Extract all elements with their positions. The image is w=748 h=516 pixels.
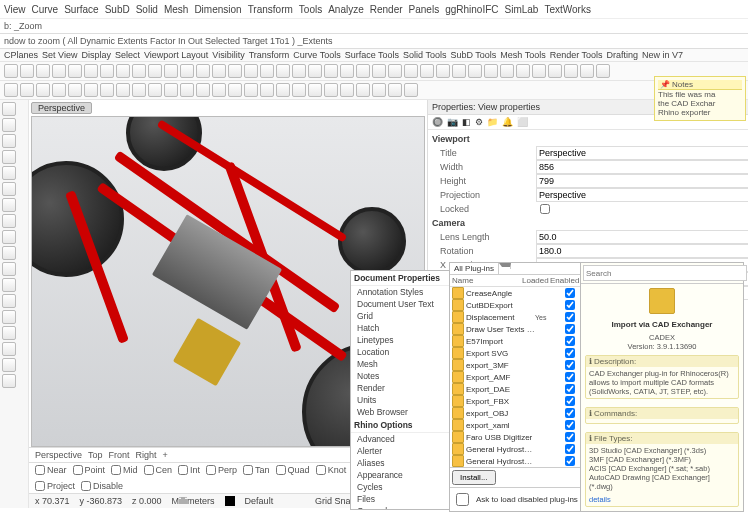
tool-icon[interactable]	[2, 150, 16, 164]
tool-icon[interactable]	[2, 326, 16, 340]
options-tree-item[interactable]: Appearance	[351, 469, 449, 481]
osnap-quad[interactable]	[276, 465, 286, 475]
toolbar-icon[interactable]	[292, 83, 306, 97]
toolbar-icon[interactable]	[244, 83, 258, 97]
tool-icon[interactable]	[2, 102, 16, 116]
plugin-enabled-checkbox[interactable]	[565, 420, 575, 430]
plugin-row[interactable]: export_OBJ	[450, 407, 580, 419]
toolbar-icon[interactable]	[532, 64, 546, 78]
toolbar-icon[interactable]	[4, 83, 18, 97]
toolbar-icon[interactable]	[36, 64, 50, 78]
properties-tab-icon[interactable]: ⚙	[475, 117, 483, 127]
tool-icon[interactable]	[2, 230, 16, 244]
plugin-row[interactable]: CreaseAngle	[450, 287, 580, 299]
toolbar-icon[interactable]	[84, 83, 98, 97]
toolbar-icon[interactable]	[20, 83, 34, 97]
menubar[interactable]: ViewCurveSurfaceSubDSolidMeshDimensionTr…	[0, 0, 748, 19]
options-tree-item[interactable]: Document User Text	[351, 298, 449, 310]
ask-load-checkbox[interactable]	[456, 493, 469, 506]
toolbar-tab[interactable]: SubD Tools	[450, 50, 496, 60]
osnap-near[interactable]	[35, 465, 45, 475]
toolbar-icon[interactable]	[180, 64, 194, 78]
tool-icon[interactable]	[2, 294, 16, 308]
plugin-enabled-checkbox[interactable]	[565, 324, 575, 334]
plugin-row[interactable]: Export_AMF	[450, 371, 580, 383]
plugin-enabled-checkbox[interactable]	[565, 348, 575, 358]
menu-dimension[interactable]: Dimension	[194, 4, 241, 15]
properties-tab-icon[interactable]: 📁	[487, 117, 498, 127]
osnap-project[interactable]	[35, 481, 45, 491]
add-viewport-icon[interactable]: +	[163, 450, 168, 460]
toolbar-icon[interactable]	[372, 83, 386, 97]
toolbar-icons-1[interactable]	[0, 62, 748, 81]
toolbar-tab[interactable]: Transform	[249, 50, 290, 60]
toolbar-icon[interactable]	[196, 83, 210, 97]
toolbar-icon[interactable]	[212, 83, 226, 97]
menu-subd[interactable]: SubD	[105, 4, 130, 15]
toolbar-icon[interactable]	[404, 83, 418, 97]
toolbar-tab[interactable]: Viewport Layout	[144, 50, 208, 60]
toolbar-icon[interactable]	[388, 83, 402, 97]
osnap-perp[interactable]	[206, 465, 216, 475]
menu-analyze[interactable]: Analyze	[328, 4, 364, 15]
toolbar-icon[interactable]	[148, 83, 162, 97]
toolbar-icon[interactable]	[340, 64, 354, 78]
options-tree-item[interactable]: Location	[351, 346, 449, 358]
plugin-row[interactable]: Export_DAE	[450, 383, 580, 395]
options-tree-item[interactable]: Hatch	[351, 322, 449, 334]
plugin-row[interactable]: Faro USB Digitizer	[450, 431, 580, 443]
toolbar-icon[interactable]	[68, 64, 82, 78]
tool-icon[interactable]	[2, 182, 16, 196]
toolbar-icon[interactable]	[580, 64, 594, 78]
osnap-int[interactable]	[178, 465, 188, 475]
command-prompt[interactable]: ndow to zoom ( All Dynamic Extents Facto…	[0, 34, 748, 49]
install-button[interactable]: Install...	[452, 470, 496, 485]
options-tree-item[interactable]: Annotation Styles	[351, 286, 449, 298]
plugin-enabled-checkbox[interactable]	[565, 312, 575, 322]
toolbar-icon[interactable]	[420, 64, 434, 78]
plugin-enabled-checkbox[interactable]	[565, 360, 575, 370]
toolbar-icon[interactable]	[212, 64, 226, 78]
options-tree-item[interactable]: Alerter	[351, 445, 449, 457]
options-tree-item[interactable]: Linetypes	[351, 334, 449, 346]
prop-value-input[interactable]	[536, 174, 748, 188]
properties-tab-icon[interactable]: 🔔	[502, 117, 513, 127]
toolbar-icon[interactable]	[356, 83, 370, 97]
toolbar-icon[interactable]	[548, 64, 562, 78]
toolbar-icon[interactable]	[292, 64, 306, 78]
vertical-toolbar[interactable]	[0, 100, 29, 508]
toolbar-icon[interactable]	[308, 64, 322, 78]
menu-ggrhinoifc[interactable]: ggRhinoIFC	[445, 4, 498, 15]
menu-render[interactable]: Render	[370, 4, 403, 15]
toolbar-icon[interactable]	[68, 83, 82, 97]
toolbar-icon[interactable]	[452, 64, 466, 78]
toolbar-tab[interactable]: Surface Tools	[345, 50, 399, 60]
options-tree-item[interactable]: Notes	[351, 370, 449, 382]
options-tree-item[interactable]: Grid	[351, 310, 449, 322]
menu-solid[interactable]: Solid	[136, 4, 158, 15]
options-tree-item[interactable]: Web Browser	[351, 406, 449, 418]
toolbar-icon[interactable]	[52, 83, 66, 97]
prop-value-input[interactable]	[536, 230, 748, 244]
toolbar-tab[interactable]: CPlanes	[4, 50, 38, 60]
toolbar-icon[interactable]	[500, 64, 514, 78]
prop-value-input[interactable]	[536, 244, 748, 258]
toolbar-tab[interactable]: Display	[81, 50, 111, 60]
plugin-row[interactable]: Draw User Texts for RH6	[450, 323, 580, 335]
toolbar-icon[interactable]	[100, 64, 114, 78]
toolbar-icon[interactable]	[20, 64, 34, 78]
tool-icon[interactable]	[2, 342, 16, 356]
toolbar-icon[interactable]	[148, 64, 162, 78]
toolbar-tab[interactable]: Curve Tools	[293, 50, 340, 60]
options-tree[interactable]: Document PropertiesAnnotation StylesDocu…	[350, 270, 450, 510]
plugin-enabled-checkbox[interactable]	[565, 396, 575, 406]
tool-icon[interactable]	[2, 262, 16, 276]
viewport-tab-top[interactable]: Top	[88, 450, 103, 460]
toolbar-icon[interactable]	[276, 83, 290, 97]
toolbar-icon[interactable]	[260, 83, 274, 97]
properties-tab-icon[interactable]: 🔘	[432, 117, 443, 127]
toolbar-tab[interactable]: Visibility	[212, 50, 244, 60]
plugin-row[interactable]: export_3MF	[450, 359, 580, 371]
toolbar-icon[interactable]	[164, 83, 178, 97]
plugin-enabled-checkbox[interactable]	[565, 336, 575, 346]
